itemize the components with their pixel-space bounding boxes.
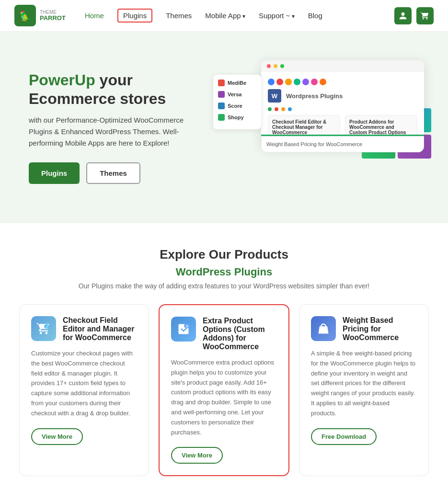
product-header-3: Weight Based Pricing for WooCommerce <box>311 316 417 342</box>
svg-text:⚙: ⚙ <box>185 324 189 329</box>
product-header-2: ⚙ Extra Product Options (Custom Addons) … <box>171 317 277 351</box>
nav-mobile-app[interactable]: Mobile App <box>205 11 245 20</box>
view-more-button-2[interactable]: View More <box>171 447 223 464</box>
nav-themes[interactable]: Themes <box>166 11 192 20</box>
product-header-1: ✓ Checkout Field Editor and Manager for … <box>31 316 137 342</box>
nav-support[interactable]: Support ~ <box>259 11 295 20</box>
nav-plugins[interactable]: Plugins <box>117 9 152 23</box>
explore-title: Explore Our Products <box>19 247 429 262</box>
product-desc-3: A simple & free weight-based pricing for… <box>311 349 417 419</box>
nav-links: Home Plugins Themes Mobile App Support ~… <box>85 9 394 23</box>
product-card-checkout: ✓ Checkout Field Editor and Manager for … <box>19 304 149 476</box>
explore-section: Explore Our Products WordPress Plugins O… <box>0 223 448 479</box>
free-download-button[interactable]: Free Download <box>311 428 377 445</box>
product-name-1: Checkout Field Editor and Manager for Wo… <box>63 316 137 342</box>
product-desc-2: WooCommerce extra product options plugin… <box>171 358 277 437</box>
products-grid: ✓ Checkout Field Editor and Manager for … <box>19 304 429 476</box>
navbar: 🦜 THEME PARROT Home Plugins Themes Mobil… <box>0 0 448 32</box>
product-name-3: Weight Based Pricing for WooCommerce <box>343 316 417 342</box>
product-desc-1: Customize your checkout pages with the b… <box>31 349 137 419</box>
wp-plugins-title: WordPress Plugins <box>19 266 429 278</box>
nav-blog[interactable]: Blog <box>308 11 322 20</box>
nav-home[interactable]: Home <box>85 11 104 20</box>
svg-text:✓: ✓ <box>46 324 49 329</box>
cart-icon-button[interactable] <box>416 7 434 24</box>
product-card-weight: Weight Based Pricing for WooCommerce A s… <box>299 304 429 476</box>
logo[interactable]: 🦜 THEME PARROT <box>14 5 66 26</box>
user-icon-button[interactable] <box>394 7 412 24</box>
hero-powerup: PowerUp <box>29 71 95 89</box>
extra-product-icon: ⚙ <box>171 317 196 342</box>
hero-title: PowerUp your Ecommerce stores <box>29 71 194 108</box>
hero-text: PowerUp your Ecommerce stores with our P… <box>29 71 194 184</box>
hero-section: PowerUp your Ecommerce stores with our P… <box>0 32 448 223</box>
hero-subtitle: with our Performance-Optimized WooCommer… <box>29 114 194 149</box>
hero-image: W Wordpress Plugins Checkout Field Edito… <box>213 60 424 194</box>
wp-plugins-subtitle: Our Plugins make the way of adding extra… <box>19 282 429 290</box>
weight-icon <box>311 316 336 341</box>
hero-themes-button[interactable]: Themes <box>86 162 140 184</box>
nav-icon-area <box>394 7 434 24</box>
product-card-extra: ⚙ Extra Product Options (Custom Addons) … <box>159 304 289 476</box>
checkout-icon: ✓ <box>31 316 56 341</box>
svg-text:🦜: 🦜 <box>19 10 31 22</box>
product-name-2: Extra Product Options (Custom Addons) fo… <box>203 317 277 351</box>
hero-plugins-button[interactable]: Plugins <box>29 162 80 184</box>
hero-buttons: Plugins Themes <box>29 162 194 184</box>
view-more-button-1[interactable]: View More <box>31 428 83 445</box>
